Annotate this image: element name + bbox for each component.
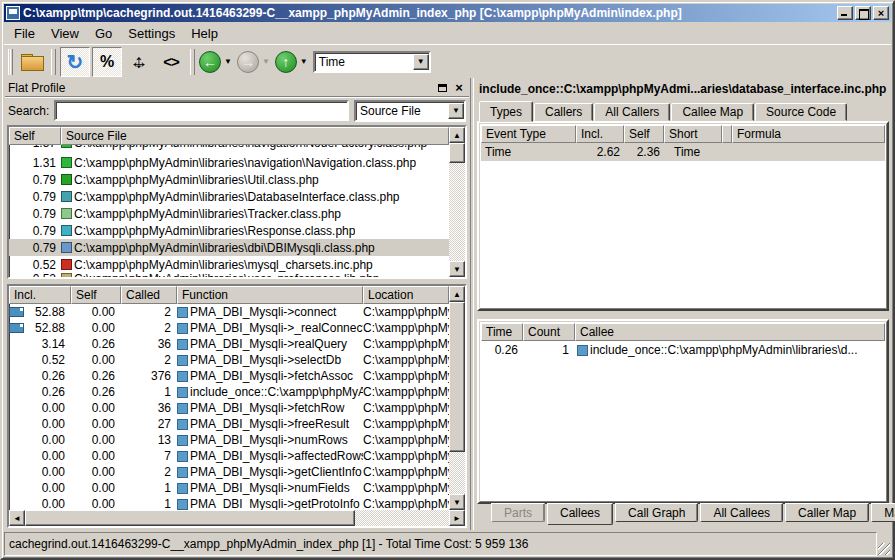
function-row[interactable]: 0.00 0.00 27 PMA_DBI_Mysqli->freeResult … [9,416,449,432]
scrollbar-thumb[interactable] [449,143,465,163]
column-header-self[interactable]: Self [624,125,664,143]
toolbar-handle[interactable] [8,49,13,75]
column-header-count[interactable]: Count [523,323,575,341]
function-row[interactable]: 0.00 0.00 36 PMA_DBI_Mysqli->fetchRow C:… [9,400,449,416]
function-table-header: Incl. Self Called Function Location [9,286,449,304]
scrollbar-track[interactable] [449,452,465,494]
source-file-row[interactable]: 1.31 C:\xampp\phpMyAdmin\libraries\navig… [9,154,449,171]
scroll-left-icon[interactable]: ◄ [9,510,25,526]
function-table-hscrollbar[interactable]: ◄ ► [9,510,465,526]
detail-bottom-tab[interactable]: Call Graph [615,503,698,522]
up-dropdown-icon[interactable]: ▼ [300,57,308,66]
detail-bottom-tab[interactable]: Machine [871,503,895,522]
column-header-source-file[interactable]: Source File [61,127,449,145]
scroll-down-icon[interactable]: ▼ [449,494,465,510]
function-row[interactable]: 52.88 0.00 2 PMA_DBI_Mysqli->_realConnec… [9,320,449,336]
open-file-button[interactable] [17,47,47,77]
menu-item[interactable]: Help [183,24,226,43]
reload-button[interactable]: ↻ [60,47,90,77]
detail-bottom-tab[interactable]: Callees [547,503,613,525]
callee-row[interactable]: 0.26 1 include_once::C:\xampp\phpMyAdmin… [481,341,885,359]
detail-tab[interactable]: Callers [534,103,593,121]
column-header-location[interactable]: Location [363,286,449,304]
percentage-toggle-button[interactable]: % [92,47,122,77]
column-header-function[interactable]: Function [177,286,363,304]
column-header-time[interactable]: Time [481,323,523,341]
self-cost: 0.79 [9,224,61,238]
self-cost: 0.00 [71,449,121,463]
function-row[interactable]: 0.26 0.26 1 include_once::C:\xampp\phpMy… [9,384,449,400]
column-header-formula[interactable]: Formula [732,125,885,143]
event-type-row[interactable]: Time 2.62 2.36 Time [481,143,885,161]
menu-item[interactable]: View [43,24,87,43]
function-table-vscrollbar[interactable]: ▲ ▼ [449,286,465,510]
minimize-button[interactable] [837,6,853,20]
resize-grip[interactable] [877,532,891,556]
combobox-dropdown-icon[interactable]: ▼ [448,103,464,119]
source-file-row[interactable]: 0.52 C:\xampp\phpMyAdmin\libraries\mysql… [9,256,449,273]
types-rows: Time 2.62 2.36 Time [481,143,885,161]
source-file-row[interactable]: 0.79 C:\xampp\phpMyAdmin\libraries\Datab… [9,188,449,205]
function-row[interactable]: 0.00 0.00 2 PMA_DBI_Mysqli->getClientInf… [9,464,449,480]
function-row[interactable]: 0.00 0.00 1 PMA_DBI_Mysqli->numFields C:… [9,480,449,496]
back-button[interactable]: ← [199,51,221,73]
column-header-self[interactable]: Self [9,127,61,145]
cycle-grouping-button[interactable]: <> [156,47,186,77]
function-row[interactable]: 0.00 0.00 13 PMA_DBI_Mysqli->numRows C:\… [9,432,449,448]
detail-bottom-tab[interactable]: All Callees [700,503,783,522]
scroll-down-icon[interactable]: ▼ [449,261,465,277]
menu-item[interactable]: File [6,24,43,43]
detail-bottom-tab[interactable]: Parts [491,503,545,522]
detail-tab[interactable]: Source Code [755,103,847,121]
function-icon [177,307,188,318]
function-row[interactable]: 0.52 0.00 2 PMA_DBI_Mysqli->selectDb C:\… [9,352,449,368]
detail-bottom-tab[interactable]: Caller Map [785,503,869,522]
scrollbar-thumb[interactable] [449,302,465,452]
column-header-event-type[interactable]: Event Type [481,125,576,143]
column-header-self[interactable]: Self [71,286,121,304]
column-header-callee[interactable]: Callee [575,323,885,341]
combobox-dropdown-icon[interactable]: ▼ [413,54,429,70]
source-file-row[interactable]: 0.79 C:\xampp\phpMyAdmin\libraries\Respo… [9,222,449,239]
function-row[interactable]: 52.88 0.00 2 PMA_DBI_Mysqli->connect C:\… [9,304,449,320]
scroll-up-icon[interactable]: ▲ [449,127,465,143]
function-icon [177,323,188,334]
maximize-button[interactable] [855,6,871,20]
source-file-row[interactable]: 1.57 C:\xampp\phpMyAdmin\libraries\navig… [9,145,449,154]
detail-tab[interactable]: Callee Map [671,103,754,121]
column-header-incl[interactable]: Incl. [576,125,624,143]
scrollbar-track[interactable] [449,163,465,261]
horizontal-splitter[interactable] [477,311,889,319]
function-row[interactable]: 0.00 0.00 7 PMA_DBI_Mysqli->affectedRows… [9,448,449,464]
dock-close-button[interactable]: × [452,81,466,94]
dock-float-button[interactable] [435,81,449,94]
function-row[interactable]: 0.26 0.26 376 PMA_DBI_Mysqli->fetchAssoc… [9,368,449,384]
back-dropdown-icon[interactable]: ▼ [224,57,232,66]
scrollbar-thumb[interactable] [25,510,355,526]
scroll-right-icon[interactable]: ► [449,510,465,526]
menu-item[interactable]: Settings [120,24,183,43]
column-header-called[interactable]: Called [121,286,177,304]
dock-layout-button[interactable]: ↔↕ [124,47,154,77]
column-header-incl[interactable]: Incl. [9,286,71,304]
forward-button[interactable]: → [237,51,259,73]
function-icon [177,451,188,462]
event-type-combobox[interactable]: Time ▼ [313,51,431,73]
detail-tab[interactable]: All Callers [594,103,670,121]
source-file-row[interactable]: 0.79 C:\xampp\phpMyAdmin\libraries\dbi\D… [9,239,449,256]
column-header-short[interactable]: Short [664,125,722,143]
source-file-row[interactable]: 0.79 C:\xampp\phpMyAdmin\libraries\Util.… [9,171,449,188]
source-list-vscrollbar[interactable]: ▲ ▼ [449,127,465,277]
search-input[interactable] [54,100,349,121]
source-file-row[interactable]: 0.52 C:\xampp\phpMyAdmin\libraries\user_… [9,273,449,277]
scroll-up-icon[interactable]: ▲ [449,286,465,302]
close-button[interactable]: × [873,6,889,20]
grouping-combobox[interactable]: Source File ▼ [354,100,466,122]
scrollbar-track[interactable] [355,510,449,526]
up-button[interactable]: ↑ [275,51,297,73]
source-file-row[interactable]: 0.79 C:\xampp\phpMyAdmin\libraries\Track… [9,205,449,222]
function-row[interactable]: 0.00 0.00 1 PMA_DBI_Mysqli->getProtoInfo… [9,496,449,510]
menu-item[interactable]: Go [87,24,120,43]
detail-tab[interactable]: Types [479,101,533,122]
function-row[interactable]: 3.14 0.26 36 PMA_DBI_Mysqli->realQuery C… [9,336,449,352]
